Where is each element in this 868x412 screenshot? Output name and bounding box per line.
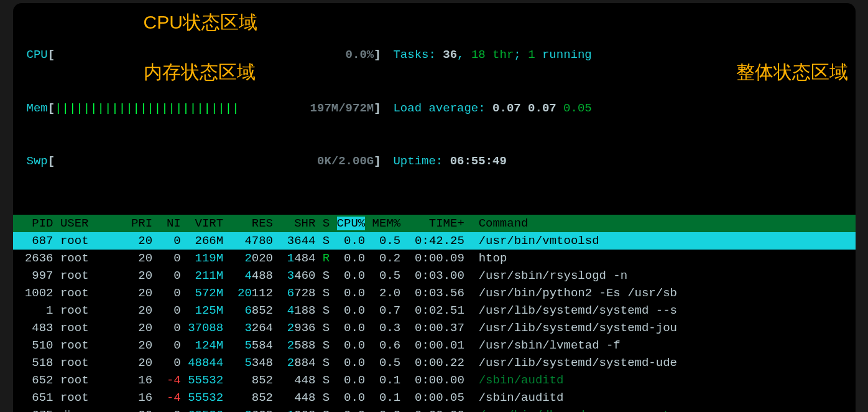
cpu-meter: CPU[ 0.0%]: [27, 46, 394, 64]
swp-meter: Swp[ 0K/2.00G]: [27, 152, 394, 171]
header-block: CPU[ 0.0%] Mem[|||||||||||||||||||||||||…: [13, 11, 856, 206]
process-row[interactable]: 518 root 20 0 48844 5348 2884 S 0.0 0.5 …: [13, 354, 856, 372]
process-row[interactable]: 1002 root 20 0 572M 20112 6728 S 0.0 2.0…: [13, 284, 856, 302]
process-row[interactable]: 652 root 16 -4 55532 852 448 S 0.0 0.1 0…: [13, 372, 856, 389]
uptime-line: Uptime: 06:55:49: [393, 152, 591, 171]
process-row[interactable]: 1 root 20 0 125M 6852 4188 S 0.0 0.7 0:0…: [13, 302, 856, 319]
process-table: PID USER PRI NI VIRT RES SHR S CPU% MEM%…: [13, 215, 856, 413]
meters-block: CPU[ 0.0%] Mem[|||||||||||||||||||||||||…: [27, 11, 394, 206]
process-row[interactable]: 651 root 16 -4 55532 852 448 S 0.0 0.1 0…: [13, 389, 856, 406]
summary-block: Tasks: 36, 18 thr; 1 running Load averag…: [393, 11, 591, 206]
mem-meter: Mem[|||||||||||||||||||||||||| 197M/972M…: [27, 100, 394, 118]
process-row[interactable]: 483 root 20 0 37088 3264 2936 S 0.0 0.3 …: [13, 319, 856, 337]
htop-window: CPU[ 0.0%] Mem[|||||||||||||||||||||||||…: [13, 3, 856, 412]
load-line: Load average: 0.07 0.07 0.05: [393, 100, 591, 118]
process-row[interactable]: 687 root 20 0 266M 4780 3644 S 0.0 0.5 0…: [13, 232, 856, 250]
table-header[interactable]: PID USER PRI NI VIRT RES SHR S CPU% MEM%…: [13, 215, 856, 232]
process-row[interactable]: 997 root 20 0 211M 4488 3460 S 0.0 0.5 0…: [13, 267, 856, 284]
process-row[interactable]: 2636 root 20 0 119M 2020 1484 R 0.0 0.2 …: [13, 250, 856, 267]
process-row[interactable]: 675 dbus 20 0 68536 2628 1908 S 0.0 0.3 …: [13, 406, 856, 413]
annotation-overall: 整体状态区域: [736, 58, 848, 86]
process-row[interactable]: 510 root 20 0 124M 5584 2588 S 0.0 0.6 0…: [13, 337, 856, 354]
tasks-line: Tasks: 36, 18 thr; 1 running: [393, 46, 591, 64]
